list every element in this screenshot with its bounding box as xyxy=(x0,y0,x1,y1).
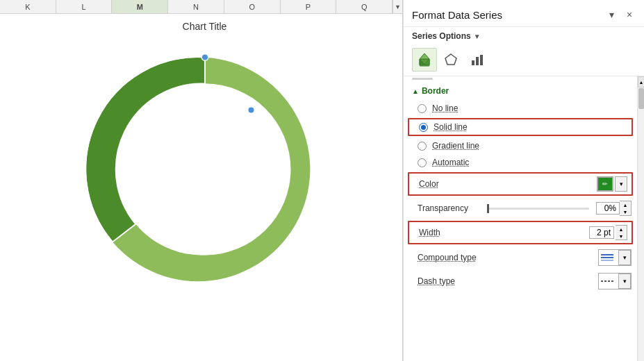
solid-line-label: Solid line xyxy=(434,122,468,132)
width-down-btn[interactable]: ▼ xyxy=(616,233,627,240)
series-options-dropdown-arrow: ▼ xyxy=(474,33,481,40)
scroll-right-btn[interactable]: ▼ xyxy=(393,0,402,13)
tab-fill-effects[interactable] xyxy=(412,48,437,72)
panel-header: Format Data Series ▾ × xyxy=(404,0,644,27)
svg-point-0 xyxy=(119,84,290,255)
col-q: Q xyxy=(336,0,393,13)
svg-marker-2 xyxy=(420,53,429,59)
gradient-line-label: Gradient line xyxy=(432,141,479,151)
width-control[interactable]: 2 pt ▲ ▼ xyxy=(589,225,627,240)
selection-handle-right[interactable] xyxy=(247,107,254,114)
tab-chart-options[interactable] xyxy=(465,48,490,72)
transparency-down-btn[interactable]: ▼ xyxy=(620,208,631,215)
svg-rect-6 xyxy=(472,60,474,65)
transparency-slider[interactable] xyxy=(487,208,589,210)
chart-title: Chart Title xyxy=(183,21,227,32)
icon-tabs xyxy=(404,45,644,76)
transparency-spinners[interactable]: ▲ ▼ xyxy=(620,201,631,216)
series-options-row[interactable]: Series Options ▼ xyxy=(404,27,644,45)
col-k: K xyxy=(0,0,56,13)
dash-type-label: Dash type xyxy=(418,276,594,286)
scroll-up-btn[interactable]: ▲ xyxy=(638,76,644,87)
col-l: L xyxy=(56,0,113,13)
col-n: N xyxy=(168,0,224,13)
pencil-icon: ✏ xyxy=(602,180,608,187)
col-o: O xyxy=(224,0,281,13)
border-collapse-arrow: ▲ xyxy=(412,87,419,95)
spreadsheet-area: K L M N O P Q ▼ Chart Title xyxy=(0,0,403,361)
collapse-panel-btn[interactable]: ▾ xyxy=(604,7,619,22)
panel-title: Format Data Series xyxy=(412,9,502,21)
solid-line-container: 1 Solid line xyxy=(404,118,637,136)
compound-type-row[interactable]: Compound type ▾ xyxy=(404,246,637,269)
close-panel-btn[interactable]: × xyxy=(622,7,637,22)
dash-type-icon xyxy=(599,274,618,288)
color-property-row[interactable]: Color ✏ ▾ xyxy=(408,172,633,196)
color-picker-btn[interactable]: ✏ xyxy=(597,176,613,192)
svg-rect-7 xyxy=(476,57,479,65)
tab-series-options[interactable] xyxy=(438,48,463,72)
col-m: M xyxy=(112,0,168,13)
panel-scrollable-container: ▲ Border No line 1 Solid line xyxy=(404,76,644,361)
no-line-label: No line xyxy=(432,103,458,113)
dash-type-dropdown-btn[interactable]: ▾ xyxy=(618,274,631,289)
compound-type-btn[interactable]: ▾ xyxy=(598,249,631,266)
transparency-value-control[interactable]: 0% ▲ ▼ xyxy=(596,201,631,216)
color-label: Color xyxy=(419,179,593,189)
automatic-radio[interactable] xyxy=(418,158,427,167)
compound-type-icon xyxy=(599,251,618,265)
panel-scrollbar[interactable]: ▲ xyxy=(637,76,644,361)
column-headers: K L M N O P Q ▼ xyxy=(0,0,402,14)
svg-rect-8 xyxy=(480,55,483,65)
gradient-line-option[interactable]: Gradient line xyxy=(404,137,637,154)
width-label: Width xyxy=(419,228,585,237)
scroll-thumb[interactable] xyxy=(638,88,644,109)
solid-line-option[interactable]: Solid line xyxy=(408,118,633,136)
panel-content: ▲ Border No line 1 Solid line xyxy=(404,76,637,361)
transparency-row: Transparency 0% ▲ ▼ xyxy=(404,197,637,219)
border-section-title: Border xyxy=(422,86,449,96)
dash-type-btn[interactable]: ▾ xyxy=(598,273,631,289)
format-panel: Format Data Series ▾ × Series Options ▼ xyxy=(403,0,644,361)
compound-type-dropdown-btn[interactable]: ▾ xyxy=(618,250,631,265)
no-line-radio[interactable] xyxy=(418,104,427,113)
automatic-label: Automatic xyxy=(432,158,469,167)
series-options-label: Series Options xyxy=(412,31,471,41)
dash-type-row[interactable]: Dash type ▾ xyxy=(404,269,637,293)
solid-line-radio[interactable] xyxy=(419,123,428,132)
width-spinners[interactable]: ▲ ▼ xyxy=(616,225,627,240)
transparency-value: 0% xyxy=(596,202,620,215)
width-value: 2 pt xyxy=(589,226,614,239)
width-property-row[interactable]: Width 2 pt ▲ ▼ xyxy=(408,221,633,244)
color-row-container: 2 Color ✏ ▾ xyxy=(404,171,637,197)
color-dropdown-btn[interactable]: ▾ xyxy=(615,176,627,192)
color-control[interactable]: ✏ ▾ xyxy=(597,176,627,192)
col-p: P xyxy=(281,0,337,13)
panel-header-icons: ▾ × xyxy=(604,7,637,22)
gradient-line-radio[interactable] xyxy=(418,142,427,151)
transparency-label: Transparency xyxy=(418,203,480,213)
donut-chart[interactable] xyxy=(73,37,337,301)
automatic-option[interactable]: Automatic xyxy=(404,154,637,171)
transparency-up-btn[interactable]: ▲ xyxy=(620,201,631,208)
border-section-header[interactable]: ▲ Border xyxy=(404,81,637,100)
color-swatch: ✏ xyxy=(597,177,613,191)
no-line-option[interactable]: No line xyxy=(404,100,637,117)
selection-handle-top[interactable] xyxy=(201,54,208,61)
chart-container: Chart Title xyxy=(0,14,402,361)
svg-marker-5 xyxy=(445,54,456,65)
compound-type-label: Compound type xyxy=(418,253,594,262)
width-row-container: 3 Width 2 pt ▲ ▼ xyxy=(404,219,637,246)
width-up-btn[interactable]: ▲ xyxy=(616,226,627,233)
